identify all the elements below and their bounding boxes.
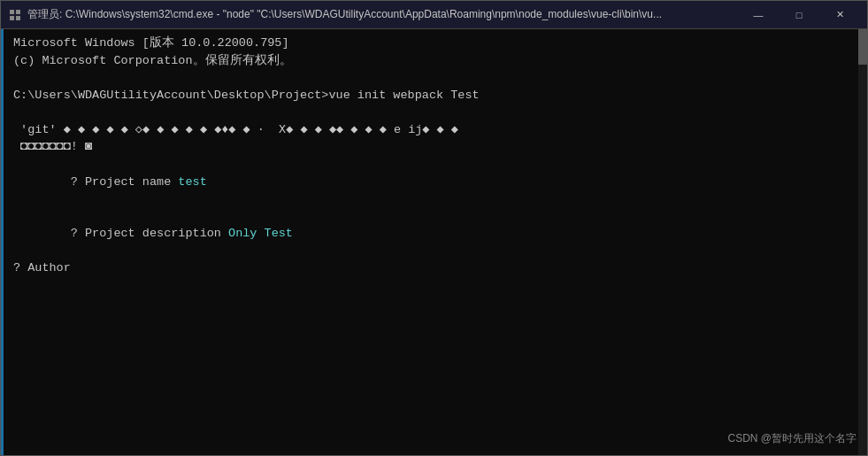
- close-button[interactable]: ✕: [819, 1, 860, 29]
- scrollbar-thumb[interactable]: [858, 29, 867, 65]
- minimize-button[interactable]: —: [738, 1, 779, 29]
- terminal-body[interactable]: Microsoft Windows [版本 10.0.22000.795] (c…: [1, 29, 867, 455]
- project-desc-label: ? Project description: [71, 227, 228, 240]
- project-name-value: test: [178, 175, 206, 189]
- svg-rect-0: [10, 10, 14, 14]
- terminal-line-6: 'git' ◆ ◆ ◆ ◆ ◆ ◇◆ ◆ ◆ ◆ ◆ ◆♦◆ ◆ · X◆ ◆ …: [13, 121, 860, 139]
- terminal-line-7: ◘◘◘◘◘◘◘! ◙: [13, 138, 860, 156]
- scrollbar[interactable]: [858, 29, 867, 455]
- title-bar: 管理员: C:\Windows\system32\cmd.exe - "node…: [1, 1, 867, 29]
- terminal-line-10: ? Author: [13, 259, 860, 277]
- watermark: CSDN @暂时先用这个名字: [727, 431, 856, 446]
- svg-rect-1: [16, 10, 20, 14]
- maximize-button[interactable]: □: [779, 1, 819, 29]
- terminal-line-1: Microsoft Windows [版本 10.0.22000.795]: [13, 35, 860, 52]
- terminal-line-9: ? Project description Only Test: [13, 208, 860, 260]
- left-accent-bar: [1, 29, 4, 455]
- cmd-window: 管理员: C:\Windows\system32\cmd.exe - "node…: [0, 0, 868, 456]
- window-icon: [8, 8, 22, 22]
- terminal-line-4: C:\Users\WDAGUtilityAccount\Desktop\Proj…: [13, 87, 860, 104]
- svg-rect-2: [10, 16, 14, 20]
- window-title: 管理员: C:\Windows\system32\cmd.exe - "node…: [27, 7, 738, 22]
- project-name-label: ? Project name: [71, 175, 179, 189]
- svg-rect-3: [16, 16, 20, 20]
- window-controls: — □ ✕: [738, 1, 860, 29]
- project-desc-value: Only Test: [228, 227, 293, 240]
- terminal-line-5: [13, 104, 860, 121]
- terminal-line-3: [13, 69, 860, 87]
- terminal-line-8: ? Project name test: [13, 156, 860, 208]
- terminal-line-2: (c) Microsoft Corporation。保留所有权利。: [13, 52, 860, 70]
